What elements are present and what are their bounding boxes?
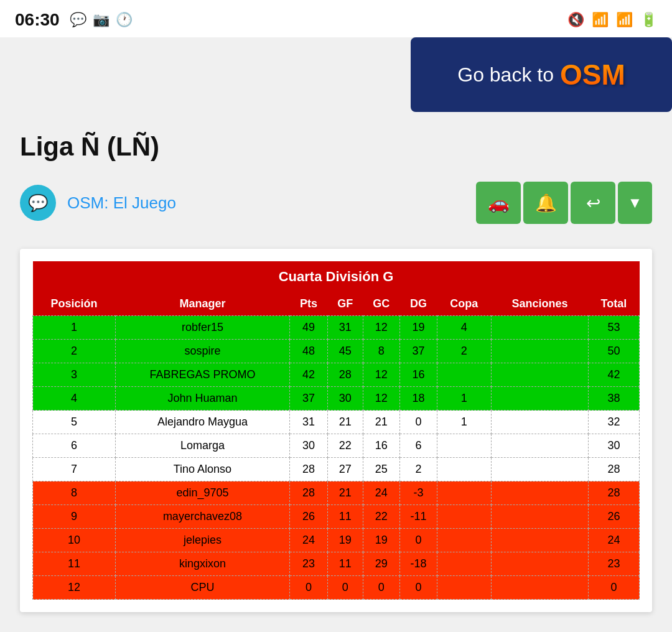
- status-bar: 06:30 💬 📷 🕐 🔇 📶 📶 🔋: [0, 0, 672, 37]
- col-gf: GF: [327, 292, 363, 316]
- osm-banner[interactable]: Go back to OSM: [411, 37, 672, 112]
- col-sanciones: Sanciones: [491, 292, 588, 316]
- forum-actions: 🚗 🔔 ↩ ▼: [476, 182, 652, 224]
- car-button[interactable]: 🚗: [476, 182, 521, 224]
- table-title-row: Cuarta División G: [33, 261, 640, 292]
- reply-button[interactable]: ↩: [571, 182, 615, 224]
- col-copa: Copa: [437, 292, 491, 316]
- table-row: 7Tino Alonso282725228: [33, 458, 640, 481]
- table-row: 9mayerchavez08261122-1126: [33, 505, 640, 529]
- bell-button[interactable]: 🔔: [523, 182, 568, 224]
- status-left-icons: 💬 📷 🕐: [70, 12, 133, 28]
- go-back-text: Go back to: [457, 63, 554, 86]
- table-row: 3FABREGAS PROMO4228121642: [33, 363, 640, 387]
- col-gc: GC: [363, 292, 400, 316]
- col-manager: Manager: [116, 292, 290, 316]
- header-area: Go back to OSM: [0, 37, 672, 112]
- forum-row: 💬 OSM: El Juego 🚗 🔔 ↩ ▼: [0, 169, 672, 236]
- dropdown-button[interactable]: ▼: [618, 182, 652, 224]
- table-row: 2sospire4845837250: [33, 340, 640, 363]
- battery-icon: 🔋: [640, 12, 657, 28]
- col-posicion: Posición: [33, 292, 116, 316]
- whatsapp-icon: 💬: [70, 12, 86, 28]
- osm-logo: OSM: [560, 58, 625, 91]
- status-left: 06:30 💬 📷 🕐: [15, 10, 133, 30]
- col-pts: Pts: [289, 292, 327, 316]
- table-row: 6Lomarga302216630: [33, 434, 640, 458]
- table-row: 11kingxixon231129-1823: [33, 552, 640, 576]
- table-row: 8edin_9705282124-328: [33, 481, 640, 505]
- forum-avatar: 💬: [20, 185, 56, 221]
- forum-avatar-icon: 💬: [28, 193, 48, 213]
- signal-icon: 📶: [616, 12, 633, 28]
- mute-icon: 🔇: [567, 12, 584, 28]
- forum-left: 💬 OSM: El Juego: [20, 185, 176, 221]
- table-header-row: Posición Manager Pts GF GC DG Copa Sanci…: [33, 292, 640, 316]
- standings-table: Cuarta División G Posición Manager Pts G…: [32, 261, 640, 600]
- forum-name[interactable]: OSM: El Juego: [67, 193, 176, 213]
- status-right-icons: 🔇 📶 📶 🔋: [567, 12, 657, 28]
- status-time: 06:30: [15, 10, 60, 30]
- table-title: Cuarta División G: [33, 261, 640, 292]
- table-row: 12CPU00000: [33, 576, 640, 600]
- col-dg: DG: [400, 292, 437, 316]
- table-row: 1robfer1549311219453: [33, 316, 640, 340]
- table-row: 4John Huaman37301218138: [33, 387, 640, 411]
- table-row: 10jelepies241919024: [33, 529, 640, 552]
- page-title: Liga Ñ (LÑ): [20, 132, 652, 162]
- instagram-icon: 📷: [93, 12, 110, 28]
- wifi-icon: 📶: [592, 12, 609, 28]
- page-title-area: Liga Ñ (LÑ): [0, 112, 672, 169]
- table-row: 5Alejandro Maygua3121210132: [33, 411, 640, 434]
- clock-icon: 🕐: [116, 12, 133, 28]
- col-total: Total: [588, 292, 639, 316]
- table-container: Cuarta División G Posición Manager Pts G…: [20, 249, 652, 612]
